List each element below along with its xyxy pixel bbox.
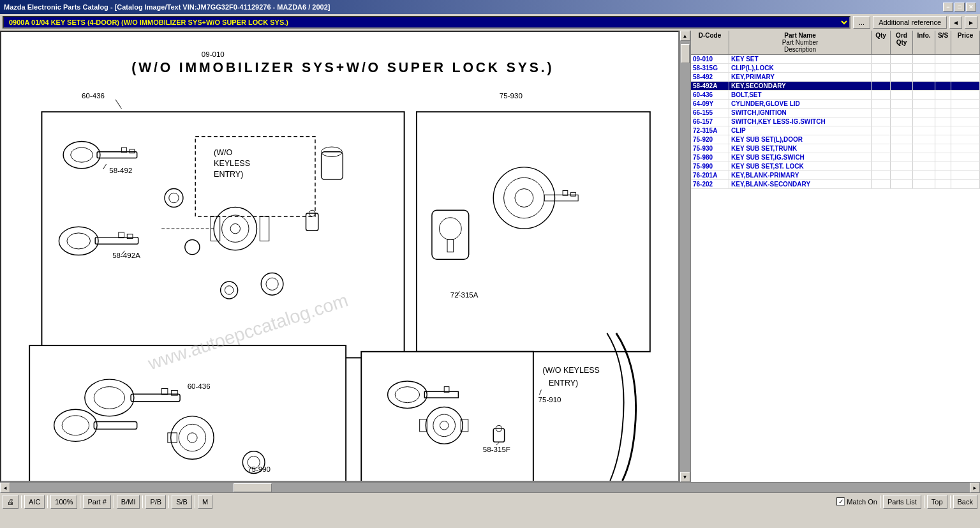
part-ss — [935, 144, 951, 153]
minimize-button[interactable]: − — [943, 3, 953, 11]
part-info — [913, 117, 935, 126]
part-qty — [872, 100, 891, 108]
pb-button[interactable]: P/B — [145, 495, 166, 509]
svg-text:09-010: 09-010 — [202, 50, 225, 58]
part-ss — [935, 100, 951, 108]
zoom-button[interactable]: 100% — [50, 495, 77, 509]
parts-table-area: D-Code Part Name Part Number Description… — [690, 31, 980, 482]
scroll-left-button[interactable]: ◄ — [0, 483, 10, 493]
part-ss — [935, 171, 951, 179]
part-price — [951, 64, 980, 72]
table-row[interactable]: 60-436 BOLT,SET — [691, 91, 980, 100]
separator-1 — [21, 495, 22, 508]
table-row[interactable]: 64-09Y CYLINDER,GLOVE LID — [691, 100, 980, 109]
aic-button[interactable]: AIC — [24, 495, 45, 509]
table-row[interactable]: 75-990 KEY SUB SET,ST. LOCK — [691, 162, 980, 171]
part-ordqty — [891, 171, 913, 179]
scroll-thumb[interactable] — [681, 44, 690, 63]
part-price — [951, 153, 980, 162]
part-dcode: 72-315A — [691, 126, 729, 135]
part-dcode: 60-436 — [691, 91, 729, 99]
parts-list-button[interactable]: Parts List — [883, 495, 921, 509]
table-row[interactable]: 66-157 SWITCH,KEY LESS-IG.SWITCH — [691, 117, 980, 126]
svg-text:58-492A: 58-492A — [112, 252, 140, 259]
top-button[interactable]: Top — [927, 495, 947, 509]
part-info — [913, 73, 935, 81]
nav-back-arrow[interactable]: ◄ — [949, 16, 962, 29]
table-row[interactable]: 75-930 KEY SUB SET,TRUNK — [691, 144, 980, 153]
part-dcode: 75-920 — [691, 135, 729, 144]
table-row[interactable]: 09-010 KEY SET — [691, 55, 980, 64]
part-name: BOLT,SET — [729, 91, 872, 99]
part-info — [913, 153, 935, 162]
catalog-dropdown[interactable]: 0900A 01/04 KEY SETS (4-DOOR) (W/O IMMOB… — [3, 16, 850, 29]
close-button[interactable]: ✕ — [966, 3, 976, 11]
svg-text:(W/O: (W/O — [214, 148, 232, 157]
catalog-ellipsis-button[interactable]: ... — [853, 16, 870, 29]
part-hash-button[interactable]: Part # — [83, 495, 110, 509]
part-ss — [935, 73, 951, 81]
table-row[interactable]: 76-201A KEY,BLANK-PRIMARY — [691, 171, 980, 180]
svg-text:60-436: 60-436 — [82, 92, 105, 100]
title-bar: Mazda Electronic Parts Catalog - [Catalo… — [0, 0, 980, 14]
scroll-right-button[interactable]: ► — [970, 483, 980, 493]
sb-button[interactable]: S/B — [172, 495, 192, 509]
part-name: KEY SUB SET,IG.SWICH — [729, 153, 872, 162]
maximize-button[interactable]: □ — [954, 3, 965, 11]
parts-table-header: D-Code Part Name Part Number Description… — [691, 31, 980, 55]
part-qty — [872, 135, 891, 144]
hscroll-thumb[interactable] — [234, 483, 272, 492]
part-ordqty — [891, 109, 913, 117]
match-on-checkbox-area[interactable]: ✓ Match On — [836, 497, 877, 506]
part-price — [951, 82, 980, 90]
svg-text:ENTRY): ENTRY) — [214, 170, 243, 179]
svg-rect-41 — [417, 112, 650, 352]
table-row[interactable]: 58-492A KEY,SECONDARY — [691, 82, 980, 91]
scroll-up-button[interactable]: ▲ — [680, 31, 690, 41]
horizontal-scrollbar[interactable]: ◄ ► — [0, 482, 980, 492]
nav-fwd-arrow[interactable]: ► — [965, 16, 977, 29]
svg-rect-71 — [361, 352, 533, 481]
match-on-area: ✓ Match On Parts List Top Back — [836, 495, 977, 509]
table-row[interactable]: 75-920 KEY SUB SET(L),DOOR — [691, 135, 980, 144]
catalog-bar: 0900A 01/04 KEY SETS (4-DOOR) (W/O IMMOB… — [0, 14, 980, 31]
part-name: SWITCH,IGNITION — [729, 109, 872, 117]
additional-reference-button[interactable]: Additional reference — [873, 16, 947, 29]
scroll-track — [680, 41, 690, 472]
svg-rect-54 — [29, 345, 346, 481]
table-row[interactable]: 75-980 KEY SUB SET,IG.SWICH — [691, 153, 980, 162]
part-ss — [935, 55, 951, 63]
part-name: KEY SUB SET,TRUNK — [729, 144, 872, 153]
part-ss — [935, 117, 951, 126]
bmi-button[interactable]: B/MI — [117, 495, 140, 509]
part-price — [951, 162, 980, 170]
part-ss — [935, 91, 951, 99]
back-button[interactable]: Back — [953, 495, 977, 509]
part-name: CYLINDER,GLOVE LID — [729, 100, 872, 108]
table-row[interactable]: 72-315A CLIP — [691, 126, 980, 135]
parts-image-area[interactable]: (W/O IMMOBILIZER SYS+W/O SUPER LOCK SYS.… — [0, 31, 679, 482]
status-bar: 🖨 AIC 100% Part # B/MI P/B S/B M ✓ Match… — [0, 492, 980, 510]
scroll-down-button[interactable]: ▼ — [680, 472, 690, 482]
m-button[interactable]: M — [198, 495, 212, 509]
match-on-checkbox[interactable]: ✓ — [836, 497, 845, 506]
part-name: KEY,SECONDARY — [729, 82, 872, 90]
table-row[interactable]: 58-315G CLIP(L),LOCK — [691, 64, 980, 73]
svg-text:(W/O KEYLESS: (W/O KEYLESS — [542, 366, 600, 375]
part-ss — [935, 135, 951, 144]
table-row[interactable]: 76-202 KEY,BLANK-SECONDARY — [691, 180, 980, 189]
header-ordqty: Ord Qty — [891, 31, 913, 54]
part-qty — [872, 171, 891, 179]
table-row[interactable]: 58-492 KEY,PRIMARY — [691, 73, 980, 82]
part-qty — [872, 109, 891, 117]
separator-10 — [950, 495, 951, 508]
part-price — [951, 135, 980, 144]
image-vertical-scrollbar[interactable]: ▲ ▼ — [679, 31, 690, 482]
part-dcode: 66-157 — [691, 117, 729, 126]
table-row[interactable]: 66-155 SWITCH,IGNITION — [691, 109, 980, 117]
part-name: KEY,PRIMARY — [729, 73, 872, 81]
header-info: Info. — [913, 31, 935, 54]
part-ordqty — [891, 64, 913, 72]
part-qty — [872, 153, 891, 162]
print-button[interactable]: 🖨 — [3, 495, 19, 509]
